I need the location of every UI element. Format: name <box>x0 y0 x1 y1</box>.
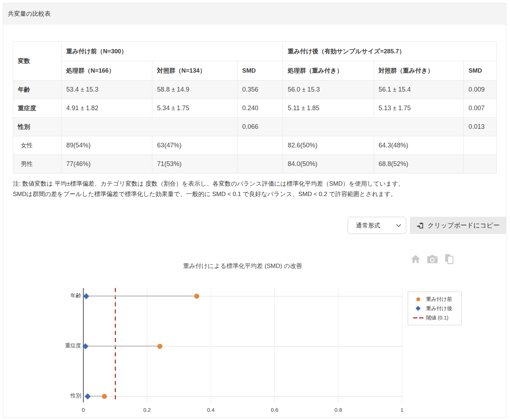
table-cell: 63(47%) <box>152 136 237 155</box>
x-gridline <box>274 288 275 402</box>
marker-before-weighting <box>194 294 199 299</box>
table-cell: 77(46%) <box>62 155 152 174</box>
marker-after-weighting <box>84 394 90 400</box>
legend-item-after-weighting[interactable]: 重み付け後 <box>410 304 459 313</box>
legend-dash <box>413 317 417 318</box>
table-cell: 58.8 ± 14.9 <box>152 80 237 99</box>
table-cell: 0.013 <box>464 118 497 136</box>
legend-swatch-after <box>416 306 421 311</box>
table-cell: 0.066 <box>237 118 283 136</box>
marker-after-weighting <box>83 293 89 299</box>
x-gridline <box>147 288 147 402</box>
table-cell: 56.1 ± 15.4 <box>374 80 464 99</box>
col-header-control-after: 対照群（重み付き） <box>374 61 464 80</box>
chart-legend: 重み付け前 重み付け後 閾値 (0.1) <box>408 292 462 325</box>
x-axis-tick-label: 0 <box>82 407 85 413</box>
table-cell: 68.8(52%) <box>374 155 464 174</box>
table-row-severity: 重症度 4.91 ± 1.82 5.34 ± 1.75 0.240 5.11 ±… <box>13 99 497 118</box>
legend-swatch-before <box>416 297 420 301</box>
table-cell: 5.13 ± 1.75 <box>374 99 464 118</box>
chart-modebar <box>410 254 455 265</box>
reset-axes-button[interactable] <box>410 254 421 265</box>
table-cell: 64.3(48%) <box>374 136 464 155</box>
connector-line <box>85 346 160 347</box>
group-header-before-weighting: 重み付け前（N=300） <box>62 42 283 61</box>
y-gridline <box>83 396 402 397</box>
table-cell <box>464 136 497 155</box>
table-cell: 0.356 <box>237 80 283 99</box>
legend-label: 重み付け前 <box>426 296 452 303</box>
table-cell-merged <box>62 118 237 136</box>
marker-before-weighting <box>157 344 162 349</box>
smd-chart: 重み付けによる標準化平均差 (SMD) の改善 年齢重症度性別00.20.40.… <box>0 247 510 420</box>
y-axis-label: 重症度 <box>40 342 81 349</box>
table-cell: 0.007 <box>464 99 497 118</box>
table-cell: 4.91 ± 1.82 <box>62 99 152 118</box>
col-header-smd-after: SMD <box>464 61 497 80</box>
x-gridline <box>402 288 402 402</box>
clipboard-paste-icon <box>416 222 424 229</box>
marker-before-weighting <box>102 394 107 399</box>
y-axis-label: 年齢 <box>40 292 81 299</box>
legend-item-before-weighting[interactable]: 重み付け前 <box>410 294 459 304</box>
table-cell: 5.34 ± 1.75 <box>152 99 237 118</box>
row-label: 重症度 <box>13 99 62 118</box>
copy-plot-button[interactable] <box>443 254 455 265</box>
table-cell: 89(54%) <box>62 136 152 155</box>
chevron-down-icon <box>396 222 401 229</box>
table-cell: 82.6(50%) <box>283 136 374 155</box>
table-row-female: 女性 89(54%) 63(47%) 82.6(50%) 64.3(48%) <box>13 136 497 155</box>
table-cell: 53.4 ± 15.3 <box>62 80 152 99</box>
table-cell <box>464 155 497 174</box>
circle-marker-icon <box>410 297 426 301</box>
table-cell: 0.009 <box>464 80 497 99</box>
copy-button-label: クリップボードにコピー <box>427 221 500 230</box>
table-row-age: 年齢 53.4 ± 15.3 58.8 ± 14.9 0.356 56.0 ± … <box>13 80 497 99</box>
col-header-smd-before: SMD <box>237 61 283 80</box>
threshold-line <box>115 288 116 402</box>
table-header-row-subgroups: 処理群（N=166） 対照群（N=134） SMD 処理群（重み付き） 対照群（… <box>13 61 497 80</box>
x-axis-tick-label: 0.4 <box>207 407 215 413</box>
table-cell <box>237 155 283 174</box>
download-plot-button[interactable] <box>427 254 438 265</box>
x-axis-tick-label: 1 <box>401 407 403 413</box>
table-cell: 84.0(50%) <box>283 155 374 174</box>
y-axis-label: 性別 <box>40 392 81 399</box>
row-label: 男性 <box>13 155 62 174</box>
diamond-marker-icon <box>410 307 426 310</box>
copy-to-clipboard-button[interactable]: クリップボードにコピー <box>410 217 506 234</box>
table-cell: 71(53%) <box>152 155 237 174</box>
footnote-line-1: 注: 数値変数は 平均±標準偏差、カテゴリ変数は 度数（割合）を表示し、各変数の… <box>13 179 496 189</box>
table-row-sex: 性別 0.066 0.013 <box>13 118 497 136</box>
col-header-treated-before: 処理群（N=166） <box>62 61 152 80</box>
chart-title: 重み付けによる標準化平均差 (SMD) の改善 <box>83 262 402 270</box>
table-cell: 0.240 <box>237 99 283 118</box>
row-label: 性別 <box>13 118 62 136</box>
format-select[interactable]: 通常形式 <box>348 217 406 234</box>
x-axis-tick-label: 0.6 <box>271 407 278 413</box>
card-header: 共変量の比較表 <box>3 3 506 25</box>
legend-item-threshold[interactable]: 閾値 (0.1) <box>410 313 459 322</box>
dashed-line-icon <box>410 317 426 318</box>
table-cell-merged <box>283 118 464 136</box>
x-gridline <box>338 288 338 402</box>
home-icon <box>410 254 421 266</box>
table-header-row-groups: 変数 重み付け前（N=300） 重み付け後（有効サンプルサイズ=285.7） <box>13 42 497 61</box>
legend-label: 重み付け後 <box>426 305 452 312</box>
x-gridline <box>211 288 211 402</box>
col-header-variable: 変数 <box>13 42 62 80</box>
camera-icon <box>426 254 438 266</box>
col-header-treated-after: 処理群（重み付き） <box>283 61 374 80</box>
legend-dash <box>419 317 423 318</box>
connector-line <box>86 296 197 297</box>
group-header-after-weighting: 重み付け後（有効サンプルサイズ=285.7） <box>283 42 497 61</box>
footnote-line-2: SMDは群間の差をプールした標準偏差で標準化した効果量で、一般的に SMD < … <box>13 189 496 199</box>
table-row-male: 男性 77(46%) 71(53%) 84.0(50%) 68.8(52%) <box>13 155 497 174</box>
x-axis-tick-label: 0.2 <box>143 407 151 413</box>
x-axis-tick-label: 0.8 <box>334 407 342 413</box>
table-container: 変数 重み付け前（N=300） 重み付け後（有効サンプルサイズ=285.7） 処… <box>13 41 497 174</box>
col-header-control-before: 対照群（N=134） <box>152 61 237 80</box>
covariate-comparison-table: 変数 重み付け前（N=300） 重み付け後（有効サンプルサイズ=285.7） 処… <box>13 41 497 174</box>
copy-icon <box>444 253 455 266</box>
table-cell: 56.0 ± 15.3 <box>283 80 374 99</box>
